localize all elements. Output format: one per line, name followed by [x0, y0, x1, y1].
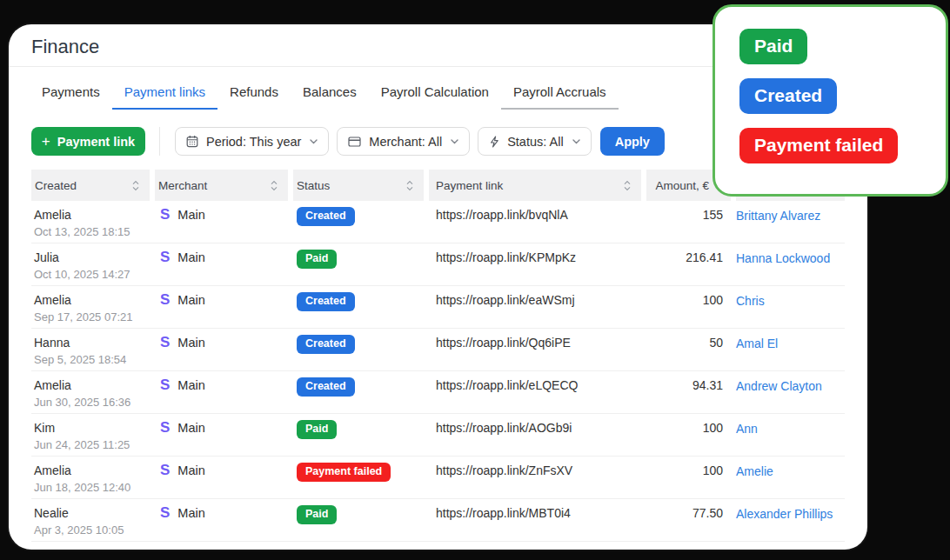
status-badge: Paid — [297, 420, 337, 439]
tab-payment-links[interactable]: Payment links — [112, 84, 217, 110]
merchant-name: Main — [177, 463, 204, 477]
merchant-logo-icon: S — [160, 293, 170, 307]
amount-value: 100 — [646, 414, 731, 456]
status-cell: Paid — [293, 499, 424, 541]
merchant-logo-icon: S — [160, 378, 170, 392]
status-badge: Paid — [297, 250, 337, 269]
created-by: Julia — [34, 250, 150, 264]
amount-value: 155 — [646, 201, 731, 243]
customer-link[interactable]: Brittany Alvarez — [736, 209, 820, 223]
table-row[interactable]: Julia Oct 10, 2025 14:27 S Main Paid htt… — [31, 243, 845, 286]
table-body: Amelia Oct 13, 2025 18:15 S Main Created… — [31, 201, 845, 542]
add-payment-link-button[interactable]: + Payment link — [31, 127, 145, 156]
created-date: Jun 30, 2025 16:36 — [34, 396, 150, 409]
payment-link-url: https://roapp.link/Qq6iPE — [429, 329, 641, 370]
customer-cell: Chris — [736, 286, 845, 328]
customer-link[interactable]: Hanna Lockwood — [736, 251, 830, 265]
plus-icon: + — [42, 134, 50, 149]
merchant-name: Main — [177, 378, 204, 392]
created-by: Amelia — [34, 293, 150, 307]
merchant-name: Main — [177, 208, 204, 222]
table-row[interactable]: Amelia Jun 30, 2025 16:36 S Main Created… — [31, 371, 845, 414]
created-by: Kim — [34, 421, 150, 435]
merchant-filter-dropdown[interactable]: Merchant: All — [337, 127, 470, 156]
customer-link[interactable]: Alexander Phillips — [736, 507, 833, 521]
status-filter-dropdown[interactable]: Status: All — [478, 127, 591, 156]
table-row[interactable]: Amelia Oct 13, 2025 18:15 S Main Created… — [31, 201, 845, 243]
status-cell: Payment failed — [293, 457, 424, 498]
created-cell: Kim Jun 24, 2025 11:25 — [31, 414, 150, 456]
status-cell: Paid — [293, 414, 424, 456]
customer-cell: Ann — [736, 414, 845, 456]
tab-refunds[interactable]: Refunds — [217, 84, 291, 110]
table-row[interactable]: Hanna Sep 5, 2025 18:54 S Main Created h… — [31, 329, 845, 371]
created-by: Amelia — [34, 463, 150, 477]
customer-cell: Amal El — [736, 329, 845, 370]
table-row[interactable]: Amelia Jun 18, 2025 12:40 S Main Payment… — [31, 457, 845, 499]
column-header-status[interactable]: Status — [293, 170, 424, 201]
tab-payroll-calculation[interactable]: Payroll Calculation — [369, 84, 501, 110]
merchant-cell: S Main — [155, 329, 288, 370]
period-filter-label: Period: This year — [206, 135, 301, 149]
customer-link[interactable]: Amelie — [736, 464, 773, 478]
status-legend-callout: PaidCreatedPayment failed — [712, 4, 948, 197]
customer-cell: Amelie — [736, 457, 845, 498]
sort-icon[interactable] — [271, 180, 278, 191]
table-row[interactable]: Amelia Sep 17, 2025 07:21 S Main Created… — [31, 286, 845, 329]
tab-payments[interactable]: Payments — [30, 84, 112, 110]
created-cell: Hanna Sep 5, 2025 18:54 — [31, 329, 150, 370]
credit-card-icon — [348, 137, 361, 147]
merchant-cell: S Main — [155, 457, 288, 498]
customer-link[interactable]: Ann — [736, 422, 758, 436]
created-cell: Julia Oct 10, 2025 14:27 — [31, 243, 150, 285]
merchant-logo-icon: S — [160, 506, 170, 520]
sort-icon[interactable] — [406, 180, 413, 191]
apply-button[interactable]: Apply — [600, 127, 665, 156]
customer-link[interactable]: Andrew Clayton — [736, 379, 822, 393]
chevron-down-icon — [310, 139, 318, 144]
merchant-cell: S Main — [155, 371, 288, 413]
created-date: Jun 18, 2025 12:40 — [34, 481, 150, 494]
customer-link[interactable]: Amal El — [736, 337, 778, 350]
status-cell: Paid — [293, 243, 424, 285]
table-row[interactable]: Kim Jun 24, 2025 11:25 S Main Paid https… — [31, 414, 845, 457]
sort-icon[interactable] — [624, 180, 631, 191]
merchant-logo-icon: S — [160, 463, 170, 477]
tab-payroll-accruals[interactable]: Payroll Accruals — [501, 84, 619, 110]
status-cell: Created — [293, 329, 424, 370]
created-date: Apr 3, 2025 10:05 — [34, 523, 150, 537]
created-date: Sep 5, 2025 18:54 — [34, 353, 150, 366]
chevron-down-icon — [572, 139, 580, 144]
tab-balances[interactable]: Balances — [291, 84, 369, 110]
created-date: Sep 17, 2025 07:21 — [34, 310, 150, 323]
payment-links-table: Created Merchant Status Payment link Amo… — [31, 170, 845, 542]
merchant-logo-icon: S — [160, 336, 170, 350]
amount-value: 77.50 — [646, 499, 731, 541]
payment-link-url: https://roapp.link/KPMpKz — [429, 243, 641, 285]
chevron-down-icon — [451, 139, 458, 144]
payment-link-url: https://roapp.link/MBT0i4 — [429, 499, 641, 541]
merchant-logo-icon: S — [160, 250, 170, 264]
sort-icon[interactable] — [132, 180, 139, 191]
legend-badge-paid: Paid — [739, 29, 807, 64]
amount-value: 100 — [646, 457, 731, 498]
created-date: Oct 13, 2025 18:15 — [34, 225, 150, 238]
column-header-payment-link[interactable]: Payment link — [429, 170, 641, 201]
add-payment-link-label: Payment link — [57, 135, 135, 149]
customer-link[interactable]: Chris — [736, 294, 765, 308]
legend-badges: PaidCreatedPayment failed — [739, 29, 946, 163]
payment-link-url: https://roapp.link/bvqNlA — [429, 201, 641, 243]
payment-link-url: https://roapp.link/ZnFsXV — [429, 457, 641, 498]
created-by: Amelia — [34, 208, 150, 222]
customer-cell: Hanna Lockwood — [736, 243, 845, 285]
column-header-created[interactable]: Created — [31, 170, 150, 201]
amount-value: 216.41 — [646, 243, 731, 285]
amount-value: 94.31 — [646, 371, 731, 413]
period-filter-dropdown[interactable]: Period: This year — [175, 127, 329, 156]
column-header-merchant[interactable]: Merchant — [155, 170, 288, 201]
table-row[interactable]: Nealie Apr 3, 2025 10:05 S Main Paid htt… — [31, 499, 845, 542]
lightning-icon — [489, 136, 499, 148]
created-by: Nealie — [34, 506, 150, 520]
merchant-logo-icon: S — [160, 421, 170, 435]
created-cell: Amelia Oct 13, 2025 18:15 — [31, 201, 150, 243]
